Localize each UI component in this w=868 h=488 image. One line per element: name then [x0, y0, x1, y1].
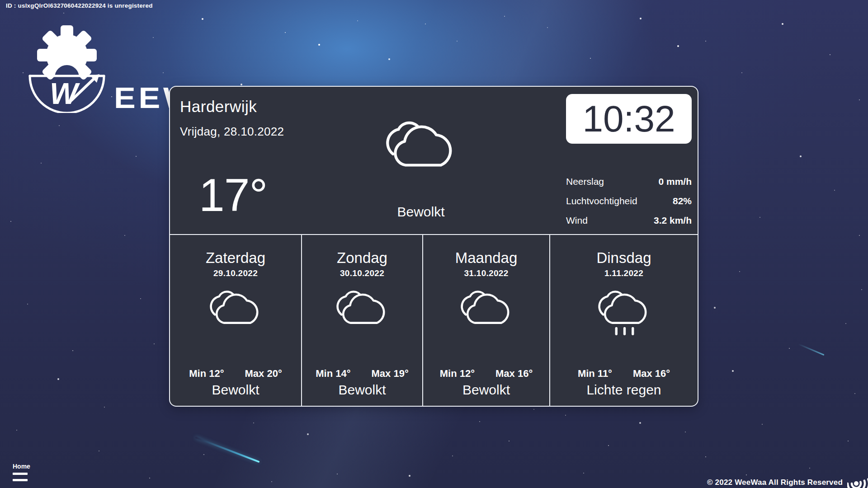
current-date: Vrijdag, 28.10.2022 [180, 125, 284, 139]
forecast-section: Zaterdag 29.10.2022 Min 12° Max 20° Bewo… [170, 234, 698, 406]
weather-detail-row: Neerslag 0 mm/h [566, 175, 692, 188]
registration-notice: ID : uslxgQIrOl6327060422022924 is unreg… [6, 2, 153, 9]
brand-monogram: W [50, 77, 80, 110]
current-temperature: 17° [199, 169, 267, 222]
forecast-condition: Bewolkt [423, 382, 549, 398]
forecast-date: 30.10.2022 [302, 268, 422, 278]
forecast-condition: Bewolkt [302, 382, 422, 398]
forecast-day: Zaterdag [170, 249, 301, 267]
forecast-date: 1.11.2022 [550, 268, 698, 278]
forecast-card: Zaterdag 29.10.2022 Min 12° Max 20° Bewo… [170, 235, 301, 406]
cloudy-icon [374, 111, 467, 170]
weather-details: Neerslag 0 mm/h Luchtvochtigheid 82% Win… [566, 175, 692, 227]
max-temp: Max 16° [495, 368, 533, 380]
forecast-minmax: Min 11° Max 16° [550, 368, 698, 380]
current-weather-section: Harderwijk Vrijdag, 28.10.2022 17° Bewol… [170, 87, 698, 234]
weather-card: Harderwijk Vrijdag, 28.10.2022 17° Bewol… [169, 86, 698, 407]
forecast-minmax: Min 12° Max 20° [170, 368, 301, 380]
forecast-day: Dinsdag [550, 249, 698, 267]
forecast-condition: Lichte regen [550, 382, 698, 398]
forecast-condition: Bewolkt [170, 382, 301, 398]
cloudy-icon [328, 284, 396, 336]
star-field [0, 0, 1, 1]
gear-logo-icon: W [26, 23, 110, 113]
menu-icon [13, 479, 28, 481]
min-temp: Min 14° [316, 368, 350, 380]
min-temp: Min 12° [189, 368, 224, 380]
max-temp: Max 16° [633, 368, 670, 380]
min-temp: Min 11° [578, 368, 612, 380]
detail-label: Luchtvochtigheid [566, 195, 637, 207]
city-name: Harderwijk [180, 98, 257, 116]
forecast-day: Zondag [302, 249, 422, 267]
home-menu-button[interactable]: Home [13, 463, 30, 481]
detail-value: 3.2 km/h [654, 214, 692, 227]
forecast-date: 31.10.2022 [423, 268, 549, 278]
home-label: Home [13, 463, 30, 470]
rain-drops [615, 327, 634, 335]
weather-detail-row: Luchtvochtigheid 82% [566, 195, 692, 207]
forecast-minmax: Min 12° Max 16° [423, 368, 549, 380]
max-temp: Max 19° [372, 368, 409, 380]
detail-label: Wind [566, 214, 588, 227]
current-condition: Bewolkt [352, 204, 490, 220]
cloudy-icon [201, 284, 270, 336]
clock-display: 10:32 [566, 94, 692, 144]
detail-value: 0 mm/h [658, 175, 692, 188]
detail-value: 82% [673, 195, 692, 207]
cloudy-icon [452, 284, 521, 336]
detail-label: Neerslag [566, 175, 604, 188]
forecast-day: Maandag [423, 249, 549, 267]
weather-detail-row: Wind 3.2 km/h [566, 214, 692, 227]
max-temp: Max 20° [245, 368, 282, 380]
forecast-card: Maandag 31.10.2022 Min 12° Max 16° Bewol… [422, 235, 549, 406]
menu-icon [13, 473, 28, 475]
forecast-date: 29.10.2022 [170, 268, 301, 278]
forecast-card: Dinsdag 1.11.2022 Min 11° Max 16° Lichte… [549, 235, 698, 406]
forecast-card: Zondag 30.10.2022 Min 14° Max 19° Bewolk… [301, 235, 422, 406]
min-temp: Min 12° [440, 368, 475, 380]
signal-icon [847, 466, 868, 488]
forecast-minmax: Min 14° Max 19° [302, 368, 422, 380]
copyright-text: © 2022 WeeWaa All Rights Reserved [707, 478, 843, 487]
light-rain-icon [590, 284, 658, 336]
